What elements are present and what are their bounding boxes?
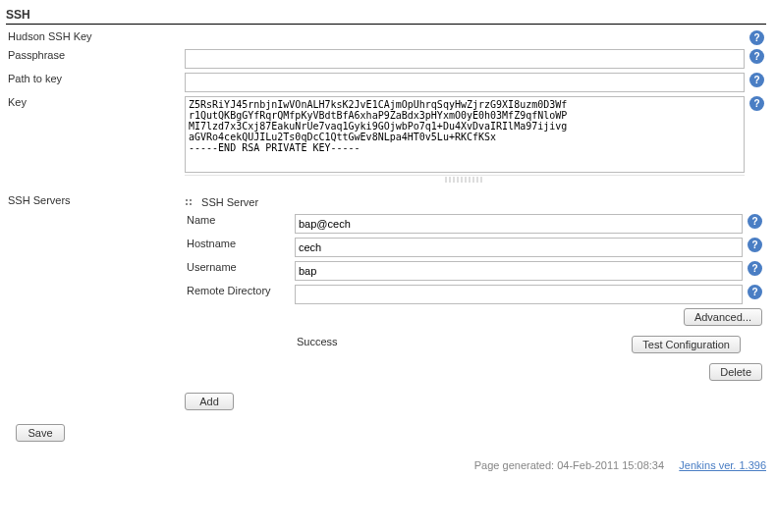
help-icon[interactable]: ? [748,238,762,252]
test-status: Success [295,334,585,359]
key-label: Key [6,94,183,185]
page-footer: Page generated: 04-Feb-2011 15:08:34 Jen… [6,459,766,471]
add-button[interactable]: Add [185,393,234,410]
help-icon[interactable]: ? [748,214,762,229]
help-icon[interactable]: ? [749,73,764,87]
help-icon[interactable]: ? [749,49,764,64]
path-to-key-label: Path to key [6,71,183,94]
server-username-label: Username [185,259,293,283]
server-remotedir-input[interactable] [295,285,743,304]
page-generated: Page generated: 04-Feb-2011 15:08:34 [474,459,664,471]
delete-button[interactable]: Delete [709,363,762,381]
section-title: SSH [6,6,766,25]
server-hostname-input[interactable] [295,238,743,257]
drag-handle-icon[interactable] [185,198,194,208]
ssh-server-block: SSH Server Name ? Hostname ? Username [185,194,764,387]
ssh-server-header: SSH Server [201,196,258,208]
server-name-label: Name [185,212,293,236]
test-configuration-button[interactable]: Test Configuration [632,336,741,353]
ssh-server-fields: Name ? Hostname ? Username ? [185,212,764,387]
ssh-servers-label: SSH Servers [6,192,183,412]
server-hostname-label: Hostname [185,236,293,259]
server-remotedir-label: Remote Directory [185,283,293,306]
key-textarea[interactable]: Z5RsRiYJ45rnbjnIwVOnALH7ksK2JvE1CAjmOpUh… [185,96,745,173]
passphrase-label: Passphrase [6,47,183,71]
help-icon[interactable]: ? [749,30,764,45]
help-icon[interactable]: ? [748,285,762,299]
ssh-form: Hudson SSH Key ? Passphrase ? Path to ke… [6,28,766,412]
save-button[interactable]: Save [16,424,65,442]
server-name-input[interactable] [295,214,743,234]
server-username-input[interactable] [295,261,743,281]
hudson-ssh-key-label: Hudson SSH Key [6,28,183,47]
help-icon[interactable]: ? [749,96,764,111]
textarea-resize-handle[interactable] [185,175,745,183]
passphrase-input[interactable] [185,49,745,69]
jenkins-version-link[interactable]: Jenkins ver. 1.396 [679,459,766,471]
help-icon[interactable]: ? [748,261,762,276]
path-to-key-input[interactable] [185,73,745,92]
advanced-button[interactable]: Advanced... [684,308,762,326]
